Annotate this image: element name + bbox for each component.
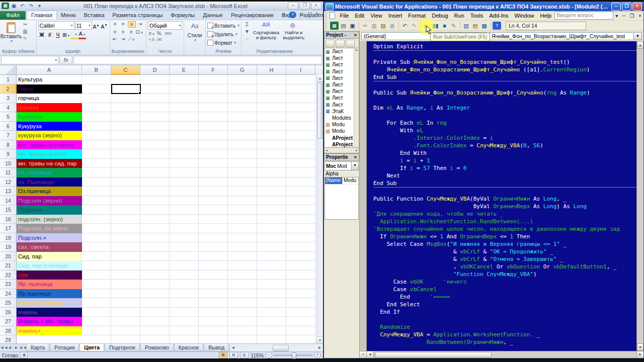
cell[interactable]	[170, 270, 199, 280]
cell[interactable]	[286, 177, 315, 187]
cell[interactable]	[257, 317, 286, 326]
cell[interactable]	[286, 308, 315, 317]
cell[interactable]	[82, 270, 111, 280]
minimize-icon[interactable]: ─	[297, 12, 305, 18]
row-header-23[interactable]: 23	[0, 280, 17, 289]
property-row[interactable]: (Name Modu	[325, 177, 358, 185]
cell-A5[interactable]: Кукуруза	[17, 112, 82, 122]
cell[interactable]	[199, 205, 228, 215]
cell-A11[interactable]: оз. пшеница	[17, 168, 82, 177]
name-box[interactable]: ▾	[1, 56, 58, 64]
cell[interactable]	[199, 159, 228, 168]
cell-A21[interactable]: Сид. пар (горчица)	[17, 261, 82, 270]
cell[interactable]	[82, 159, 111, 168]
cell[interactable]	[82, 205, 111, 215]
cell[interactable]	[170, 280, 199, 289]
cell[interactable]	[228, 224, 257, 233]
cell[interactable]	[257, 149, 286, 159]
cell[interactable]	[82, 196, 111, 206]
next-sheet-icon[interactable]: ►	[13, 344, 20, 351]
help-icon[interactable]: ?	[493, 22, 501, 30]
cell[interactable]	[170, 94, 199, 103]
code-line-39[interactable]: СлучМежду_VBA = Application.WorksheetFun…	[373, 331, 636, 338]
row-header-25[interactable]: 25	[0, 298, 17, 308]
cell[interactable]	[140, 242, 170, 252]
cell[interactable]	[140, 112, 170, 122]
menu-Edit[interactable]: Edit	[352, 12, 367, 19]
find-select-button[interactable]: ◎ Найти и выделить	[281, 21, 306, 40]
cell[interactable]	[199, 308, 228, 317]
copy-icon[interactable]: ▥	[370, 22, 378, 30]
menu-Tools[interactable]: Tools	[467, 12, 487, 19]
cell-A7[interactable]: кукуруза (зерно)	[17, 131, 82, 140]
cell[interactable]	[228, 326, 257, 336]
cell[interactable]	[257, 298, 286, 308]
row-header-21[interactable]: 21	[0, 261, 17, 270]
code-line-11[interactable]: For Each eL In rng	[373, 119, 636, 127]
code-line-26[interactable]: If ОграничНижн <= 1 And ОграничВерх <= 1…	[373, 233, 636, 240]
cell[interactable]	[140, 177, 170, 187]
cell[interactable]	[257, 196, 286, 206]
cell[interactable]	[199, 187, 228, 196]
cell[interactable]	[228, 252, 257, 261]
cell[interactable]	[199, 122, 228, 131]
code-line-23[interactable]: 'Для сокращения кода, чтобы не читать _	[373, 210, 636, 218]
cell[interactable]	[82, 224, 111, 233]
code-line-35[interactable]: End Select	[373, 301, 636, 308]
cell[interactable]	[111, 205, 140, 215]
row-header-16[interactable]: 16	[0, 215, 17, 224]
cell[interactable]	[199, 84, 228, 94]
row-header-12[interactable]: 12	[0, 177, 17, 187]
cell[interactable]	[111, 335, 140, 343]
scrollbar-thumb[interactable]	[273, 345, 289, 351]
cell[interactable]	[170, 215, 199, 224]
project-tree-hscrollbar[interactable]: ◄►	[324, 148, 359, 153]
cell[interactable]	[111, 326, 140, 336]
column-header-C[interactable]: C	[111, 65, 140, 75]
cell[interactable]	[140, 224, 170, 233]
cell-A12[interactable]: оз. Пшеница+	[17, 177, 82, 187]
cell[interactable]	[82, 168, 111, 177]
cell[interactable]	[140, 215, 170, 224]
cell[interactable]	[228, 84, 257, 94]
properties-panel-header[interactable]: Propertie✕	[324, 153, 359, 161]
styles-button[interactable]: Аз Стили ▾	[186, 21, 204, 42]
cell-A14[interactable]: Подсолн (зерно)	[17, 196, 82, 206]
cell-A2[interactable]: Горох	[17, 84, 82, 94]
number-format-combo[interactable]: Общий▾	[148, 21, 182, 30]
chevron-down-icon[interactable]: ▾	[614, 13, 619, 19]
cell-A9[interactable]: мн. травы на сено	[17, 149, 82, 159]
ribbon-tab-Формулы[interactable]: Формулы	[167, 11, 199, 20]
break-icon[interactable]: ▮▮	[431, 22, 440, 30]
code-line-27[interactable]: Select Case MsgBox("И нижняя и Верхняя г…	[373, 240, 636, 248]
row-header-19[interactable]: 19	[0, 242, 17, 252]
cell[interactable]	[286, 298, 315, 308]
collapse-ribbon-icon[interactable]: ∧	[280, 12, 288, 18]
cell[interactable]	[140, 308, 170, 317]
cell[interactable]	[170, 242, 199, 252]
cell[interactable]	[199, 177, 228, 187]
column-header-I[interactable]: I	[286, 65, 315, 75]
cell[interactable]	[111, 308, 140, 317]
code-line-33[interactable]: Case vbCancel	[373, 286, 636, 293]
scroll-right-icon[interactable]: ►	[636, 351, 643, 358]
code-line-22[interactable]: ByVal ОграничВерх As Long) As Long	[373, 203, 636, 210]
cell[interactable]	[140, 75, 170, 84]
cell[interactable]	[170, 187, 199, 196]
cell[interactable]	[257, 168, 286, 177]
cell[interactable]	[170, 159, 199, 168]
cell[interactable]	[286, 215, 315, 224]
cell[interactable]	[111, 112, 140, 122]
clear-icon[interactable]: ◌	[243, 35, 251, 42]
spreadsheet-grid[interactable]: 1Культура2Горох3горчица4гречиха5Кукуруза…	[0, 75, 323, 343]
cell[interactable]	[170, 196, 199, 206]
row-header-1[interactable]: 1	[0, 75, 17, 84]
close-icon[interactable]: ×	[311, 2, 321, 10]
align-left-icon[interactable]: ≡	[112, 29, 119, 35]
code-line-17[interactable]: If i = 57 Then i = 0	[373, 164, 636, 172]
borders-icon[interactable]: ⊞▾	[62, 32, 70, 39]
code-vertical-scrollbar[interactable]: ▲ ▼	[636, 41, 643, 351]
menu-Help[interactable]: Help	[537, 12, 555, 19]
cell[interactable]	[228, 94, 257, 103]
paste-icon[interactable]: ▨	[379, 22, 387, 30]
